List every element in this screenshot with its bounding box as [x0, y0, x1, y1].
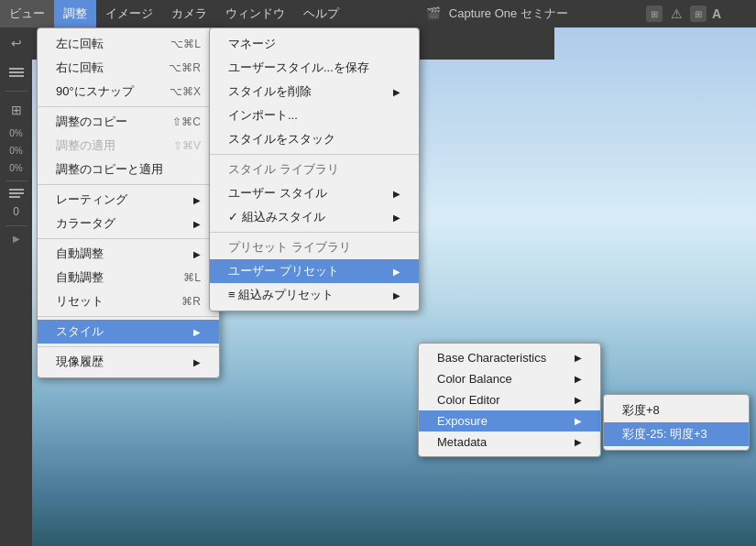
menu-adjust[interactable]: 調整 — [54, 0, 96, 27]
styles-stack[interactable]: スタイルをスタック — [210, 127, 419, 151]
sidebar-separator-2 — [5, 180, 27, 181]
menu-help[interactable]: ヘルプ — [294, 0, 348, 27]
styles-builtin-presets[interactable]: ≡ 組込みプリセット — [210, 283, 419, 307]
menu-view[interactable]: ビュー — [0, 0, 54, 27]
menu-reset[interactable]: リセット ⌘R — [38, 289, 219, 313]
exposure-submenu: 彩度+8 彩度-25: 明度+3 — [603, 394, 750, 451]
sep-4 — [38, 316, 219, 317]
sidebar-icon-1[interactable]: ↩ — [5, 32, 27, 54]
menu-color-tag[interactable]: カラータグ — [38, 212, 219, 235]
styles-user-styles[interactable]: ユーザー スタイル — [210, 181, 419, 205]
sep-3 — [38, 238, 219, 239]
menu-auto-adjust-sub[interactable]: 自動調整 — [38, 242, 219, 266]
preset-color-editor[interactable]: Color Editor — [419, 389, 600, 410]
menu-rating[interactable]: レーティング — [38, 188, 219, 212]
styles-library-header: スタイル ライブラリ — [210, 158, 419, 181]
styles-save-user[interactable]: ユーザースタイル...を保存 — [210, 56, 419, 80]
exposure-item-2[interactable]: 彩度-25: 明度+3 — [604, 422, 749, 446]
menu-styles[interactable]: スタイル — [38, 320, 219, 344]
styles-manage[interactable]: マネージ — [210, 32, 419, 56]
presets-library-header: プリセット ライブラリ — [210, 235, 419, 259]
sidebar-value-3: 0% — [9, 163, 22, 173]
styles-submenu: マネージ ユーザースタイル...を保存 スタイルを削除 インポート... スタイ… — [209, 27, 420, 311]
styles-sep-1 — [210, 154, 419, 155]
toolbar-icon-3[interactable]: ⊞ — [690, 5, 707, 22]
sep-1 — [38, 106, 219, 107]
exposure-item-1[interactable]: 彩度+8 — [604, 399, 749, 422]
sep-5 — [38, 346, 219, 347]
sidebar-separator — [5, 91, 27, 92]
menu-bar: ビュー 調整 イメージ カメラ ウィンドウ ヘルプ 🎬 Capture One … — [0, 0, 756, 27]
menu-window[interactable]: ウィンドウ — [216, 0, 294, 27]
presets-submenu: Base Characteristics Color Balance Color… — [418, 343, 601, 457]
menu-auto-adjust[interactable]: 自動調整 ⌘L — [38, 266, 219, 289]
sidebar-icon-3[interactable]: ⊞ — [5, 99, 27, 121]
menu-rotate-left[interactable]: 左に回転 ⌥⌘L — [38, 32, 219, 56]
sidebar-value-4: 0 — [13, 205, 19, 218]
preset-exposure[interactable]: Exposure — [419, 410, 600, 431]
menu-copy-apply[interactable]: 調整のコピーと適用 — [38, 158, 219, 181]
preset-color-balance[interactable]: Color Balance — [419, 368, 600, 389]
menu-image[interactable]: イメージ — [96, 0, 162, 27]
toolbar-icon-1[interactable]: ⊞ — [646, 5, 663, 22]
sidebar-icon-5[interactable]: ▶ — [13, 234, 20, 244]
preset-metadata[interactable]: Metadata — [419, 431, 600, 453]
preset-base-char[interactable]: Base Characteristics — [419, 347, 600, 368]
styles-builtin-styles[interactable]: ✓ 組込みスタイル — [210, 205, 419, 229]
sidebar-icon-2[interactable] — [5, 61, 27, 83]
sidebar-separator-3 — [5, 225, 27, 226]
menu-bar-items: ビュー 調整 イメージ カメラ ウィンドウ ヘルプ — [0, 0, 348, 27]
toolbar-icon-4[interactable]: A — [712, 6, 721, 21]
sep-2 — [38, 184, 219, 185]
adjustment-menu: 左に回転 ⌥⌘L 右に回転 ⌥⌘R 90°にスナップ ⌥⌘X 調整のコピー ⇧⌘… — [37, 27, 220, 378]
menu-snap-90[interactable]: 90°にスナップ ⌥⌘X — [38, 80, 219, 104]
styles-sep-2 — [210, 232, 419, 233]
left-sidebar: ↩ ⊞ 0% 0% 0% 0 ▶ — [0, 27, 32, 546]
menu-history[interactable]: 現像履歴 — [38, 350, 219, 374]
app-title: 🎬 Capture One セミナー — [348, 5, 646, 22]
sidebar-value-2: 0% — [9, 146, 22, 156]
sidebar-icon-4[interactable] — [9, 189, 24, 198]
styles-delete[interactable]: スタイルを削除 — [210, 80, 419, 104]
sidebar-value-1: 0% — [9, 128, 22, 138]
menu-apply-adjust[interactable]: 調整の適用 ⇧⌘V — [38, 134, 219, 158]
menu-camera[interactable]: カメラ — [162, 0, 216, 27]
styles-import[interactable]: インポート... — [210, 104, 419, 127]
menu-rotate-right[interactable]: 右に回転 ⌥⌘R — [38, 56, 219, 80]
menu-copy-adjust[interactable]: 調整のコピー ⇧⌘C — [38, 110, 219, 134]
styles-user-presets[interactable]: ユーザー プリセット — [210, 259, 419, 283]
toolbar-icon-2[interactable]: ⚠ — [668, 5, 685, 22]
